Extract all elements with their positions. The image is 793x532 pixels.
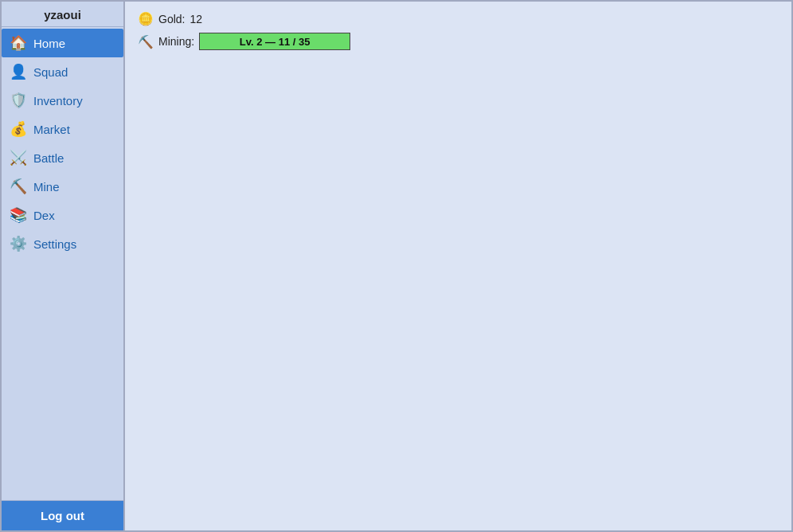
main-content: 🪙 Gold: 12 ⛏️ Mining: Lv. 2 — 11 / 35 bbox=[125, 2, 791, 530]
mining-progress-bar: Lv. 2 — 11 / 35 bbox=[199, 33, 350, 50]
sidebar-item-battle[interactable]: ⚔️ Battle bbox=[2, 143, 123, 172]
sidebar-item-label: Mine bbox=[33, 180, 60, 194]
sidebar-item-label: Squad bbox=[33, 65, 68, 79]
logout-button[interactable]: Log out bbox=[2, 500, 123, 530]
inventory-icon: 🛡️ bbox=[10, 92, 27, 109]
dex-icon: 📚 bbox=[10, 206, 27, 224]
gold-row: 🪙 Gold: 12 bbox=[138, 11, 779, 26]
squad-icon: 👤 bbox=[10, 63, 27, 80]
mining-bar-text: Lv. 2 — 11 / 35 bbox=[240, 36, 311, 48]
gold-label: Gold: bbox=[158, 13, 185, 25]
sidebar-item-squad[interactable]: 👤 Squad bbox=[2, 57, 123, 86]
sidebar-item-home[interactable]: 🏠 Home bbox=[2, 29, 123, 57]
sidebar-item-label: Inventory bbox=[33, 94, 83, 108]
mining-row: ⛏️ Mining: Lv. 2 — 11 / 35 bbox=[138, 33, 779, 50]
sidebar-item-label: Market bbox=[33, 123, 70, 136]
sidebar-item-label: Battle bbox=[33, 151, 64, 165]
battle-icon: ⚔️ bbox=[10, 149, 27, 166]
market-icon: 💰 bbox=[10, 120, 27, 138]
mining-icon: ⛏️ bbox=[138, 34, 154, 49]
sidebar-item-settings[interactable]: ⚙️ Settings bbox=[2, 229, 123, 258]
username: yzaoui bbox=[2, 2, 123, 27]
sidebar-item-label: Settings bbox=[33, 237, 76, 251]
mine-icon: ⛏️ bbox=[10, 178, 27, 195]
gold-icon: 🪙 bbox=[138, 11, 154, 26]
sidebar-item-label: Home bbox=[33, 37, 65, 50]
gold-value: 12 bbox=[189, 13, 202, 25]
sidebar-item-inventory[interactable]: 🛡️ Inventory bbox=[2, 86, 123, 115]
home-icon: 🏠 bbox=[10, 34, 27, 52]
mining-label: Mining: bbox=[158, 35, 194, 48]
settings-icon: ⚙️ bbox=[10, 235, 27, 252]
sidebar-item-market[interactable]: 💰 Market bbox=[2, 115, 123, 143]
sidebar-item-label: Dex bbox=[33, 209, 55, 222]
sidebar: yzaoui 🏠 Home 👤 Squad 🛡️ Inventory 💰 Mar… bbox=[2, 2, 125, 530]
nav-menu: 🏠 Home 👤 Squad 🛡️ Inventory 💰 Market ⚔️ … bbox=[2, 27, 123, 500]
sidebar-item-dex[interactable]: 📚 Dex bbox=[2, 201, 123, 229]
sidebar-item-mine[interactable]: ⛏️ Mine bbox=[2, 172, 123, 201]
